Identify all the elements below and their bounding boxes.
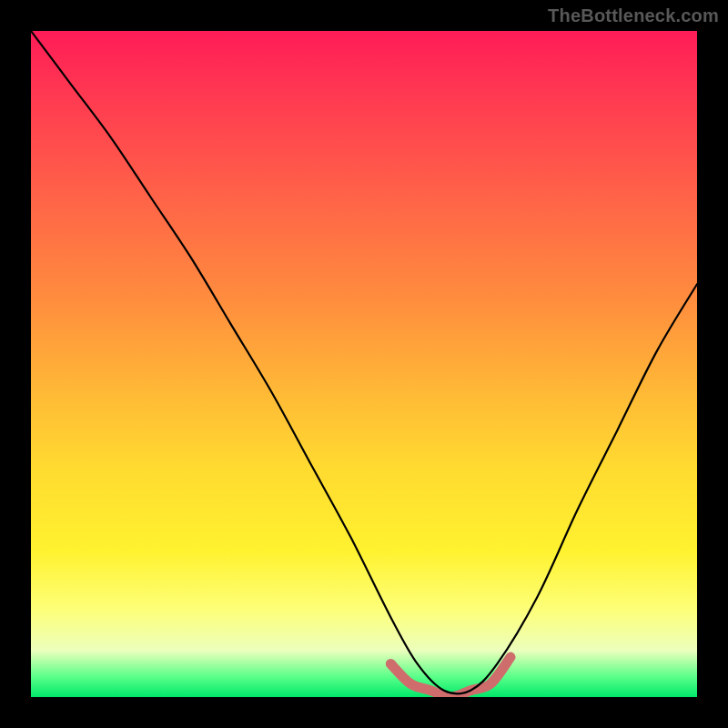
chart-plot-area (31, 31, 697, 697)
optimal-range-highlight (390, 657, 511, 697)
watermark-text: TheBottleneck.com (548, 5, 719, 26)
bottleneck-curve (31, 31, 697, 693)
chart-svg (31, 31, 697, 697)
